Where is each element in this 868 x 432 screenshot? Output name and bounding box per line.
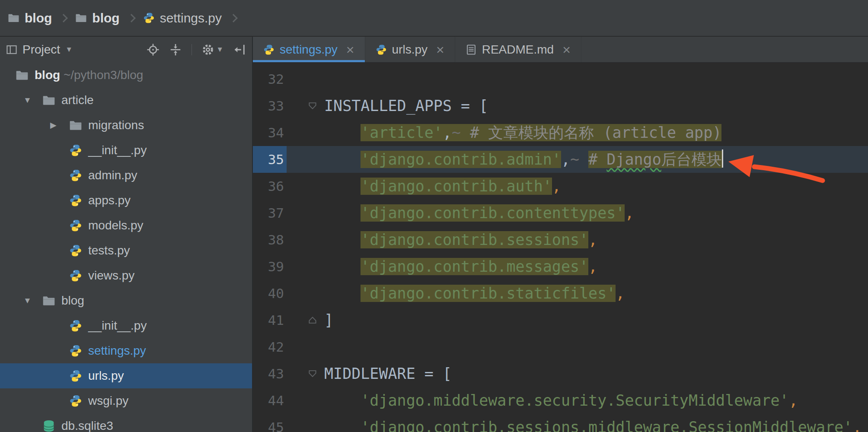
breadcrumb-item-blog-root[interactable]: blog xyxy=(8,11,52,25)
fold-column xyxy=(287,119,324,146)
python-file-icon xyxy=(69,194,82,207)
tree-item-init-py[interactable]: __init__.py xyxy=(0,138,252,163)
chevron-down-icon[interactable]: ▼ xyxy=(65,45,73,54)
code-content: 'django.contrib.sessions', xyxy=(324,226,597,253)
folder-icon xyxy=(8,12,19,24)
tree-item-urls-py[interactable]: urls.py xyxy=(0,363,252,388)
close-icon[interactable]: × xyxy=(562,43,571,57)
code-line-32[interactable]: 32 xyxy=(253,66,868,92)
tree-item-migrations[interactable]: ▶migrations xyxy=(0,113,252,138)
tree-item-db-sqlite3[interactable]: db.sqlite3 xyxy=(0,413,252,432)
close-icon[interactable]: × xyxy=(346,43,354,57)
tab-readme-md[interactable]: README.md × xyxy=(455,37,581,62)
breadcrumb-label: blog xyxy=(25,11,52,25)
tree-item-settings-py[interactable]: settings.py xyxy=(0,338,252,363)
code-line-37[interactable]: 37 'django.contrib.contenttypes', xyxy=(253,200,868,226)
breadcrumb-label: settings.py xyxy=(160,11,222,25)
line-number: 44 xyxy=(253,387,287,414)
code-line-43[interactable]: 43MIDDLEWARE = [ xyxy=(253,360,868,387)
tree-item-label: settings.py xyxy=(88,338,146,363)
chevron-collapsed-icon[interactable]: ▶ xyxy=(50,113,57,138)
code-line-35[interactable]: 35 'django.contrib.admin',~ # Django后台模块 xyxy=(253,146,868,173)
code-line-42[interactable]: 42 xyxy=(253,334,868,360)
folder-icon xyxy=(16,69,29,82)
pycharm-ide-window: { "breadcrumbs": { "items": [ { "label":… xyxy=(0,0,868,432)
code-line-40[interactable]: 40 'django.contrib.staticfiles', xyxy=(253,280,868,307)
python-file-icon xyxy=(376,44,387,55)
chevron-expanded-icon[interactable]: ▼ xyxy=(23,288,32,313)
python-file-icon xyxy=(143,12,155,24)
code-content: ] xyxy=(324,307,333,334)
code-line-44[interactable]: 44 'django.middleware.security.SecurityM… xyxy=(253,387,868,414)
breadcrumb-item-blog-package[interactable]: blog xyxy=(75,11,119,25)
code-content: 'django.contrib.sessions.middleware.Sess… xyxy=(324,414,862,432)
code-line-45[interactable]: 45 'django.contrib.sessions.middleware.S… xyxy=(253,414,868,432)
code-content: 'django.contrib.admin',~ # Django后台模块 xyxy=(324,146,723,173)
code-line-38[interactable]: 38 'django.contrib.sessions', xyxy=(253,226,868,253)
breadcrumb-item-settings-py[interactable]: settings.py xyxy=(143,11,222,25)
chevron-expanded-icon[interactable]: ▼ xyxy=(23,88,32,113)
tree-item-label: admin.py xyxy=(88,163,137,188)
folder-icon xyxy=(69,119,82,132)
breadcrumb-separator-icon xyxy=(59,14,68,22)
locate-icon[interactable] xyxy=(147,43,160,56)
hide-panel-icon[interactable] xyxy=(233,43,246,56)
breadcrumb-separator-icon xyxy=(229,14,238,22)
line-number: 32 xyxy=(253,66,287,92)
tree-item-models-py[interactable]: models.py xyxy=(0,213,252,238)
python-file-icon xyxy=(69,219,82,232)
project-file-tree: blog ~/python3/blog▼article▶migrations__… xyxy=(0,63,252,432)
tree-item-label: models.py xyxy=(88,213,144,238)
line-number: 45 xyxy=(253,414,287,432)
code-line-33[interactable]: 33INSTALLED_APPS = [ xyxy=(253,92,868,119)
tree-item-blog[interactable]: blog ~/python3/blog xyxy=(0,63,252,88)
tree-item-article[interactable]: ▼article xyxy=(0,88,252,113)
line-number: 40 xyxy=(253,280,287,307)
code-editor[interactable]: 3233INSTALLED_APPS = [34 'article',~ # 文… xyxy=(253,63,868,432)
fold-column xyxy=(287,253,324,280)
code-line-39[interactable]: 39 'django.contrib.messages', xyxy=(253,253,868,280)
tree-item-label: urls.py xyxy=(88,363,124,388)
database-icon xyxy=(42,419,55,432)
chevron-down-icon: ▼ xyxy=(216,45,223,54)
line-number: 43 xyxy=(253,360,287,387)
code-line-36[interactable]: 36 'django.contrib.auth', xyxy=(253,173,868,200)
collapse-icon[interactable] xyxy=(169,43,182,56)
code-line-41[interactable]: 41] xyxy=(253,307,868,334)
tree-item-label: db.sqlite3 xyxy=(61,413,113,432)
tab-label: urls.py xyxy=(392,43,428,57)
python-file-icon xyxy=(69,369,82,382)
tree-item-label: blog xyxy=(61,288,84,313)
tree-item-label: blog ~/python3/blog xyxy=(35,63,143,88)
tree-item-tests-py[interactable]: tests.py xyxy=(0,238,252,263)
text-caret xyxy=(722,149,723,168)
fold-marker-icon[interactable] xyxy=(287,360,324,387)
tree-item-blog[interactable]: ▼blog xyxy=(0,288,252,313)
fold-column xyxy=(287,226,324,253)
project-tool-window: Project ▼ ▼ blog ~/python3/blog▼article▶… xyxy=(0,37,253,432)
tree-item-label: views.py xyxy=(88,263,134,288)
tree-item-label: __init__.py xyxy=(88,138,147,163)
editor-area: settings.py × urls.py × README.md × 3233… xyxy=(253,37,868,432)
fold-marker-icon[interactable] xyxy=(287,307,324,334)
project-panel-header: Project ▼ ▼ xyxy=(0,37,252,63)
tree-item-init-py[interactable]: __init__.py xyxy=(0,313,252,338)
tree-item-admin-py[interactable]: admin.py xyxy=(0,163,252,188)
line-number: 36 xyxy=(253,173,287,200)
python-file-icon xyxy=(69,269,82,282)
code-content: 'django.contrib.staticfiles', xyxy=(324,280,625,307)
tree-item-label: __init__.py xyxy=(88,313,147,338)
tab-urls-py[interactable]: urls.py × xyxy=(365,37,455,62)
line-number: 42 xyxy=(253,334,287,360)
code-line-34[interactable]: 34 'article',~ # 文章模块的名称 (article app) xyxy=(253,119,868,146)
fold-marker-icon[interactable] xyxy=(287,92,324,119)
close-icon[interactable]: × xyxy=(436,43,444,57)
breadcrumb-bar: blog blog settings.py xyxy=(0,0,868,36)
tree-item-apps-py[interactable]: apps.py xyxy=(0,188,252,213)
tree-item-views-py[interactable]: views.py xyxy=(0,263,252,288)
python-file-icon xyxy=(69,244,82,257)
settings-gear-icon[interactable]: ▼ xyxy=(201,43,223,56)
tab-settings-py[interactable]: settings.py × xyxy=(253,37,365,62)
tree-item-wsgi-py[interactable]: wsgi.py xyxy=(0,388,252,413)
project-panel-title[interactable]: Project xyxy=(22,43,60,57)
